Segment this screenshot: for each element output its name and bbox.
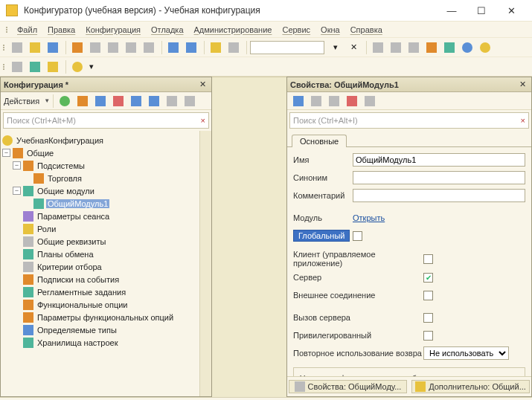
node-module1[interactable]: ОбщийМодуль1 xyxy=(46,199,109,208)
maximize-button[interactable]: ☐ xyxy=(467,1,496,19)
global-checkbox[interactable] xyxy=(353,231,362,241)
paste-button[interactable] xyxy=(105,39,121,56)
comment-input[interactable] xyxy=(353,189,525,202)
delete-button[interactable] xyxy=(110,93,126,109)
workspace: Конфигурация * ✕ Действия▼ Поиск (Ctrl+A… xyxy=(0,76,532,397)
misc-b[interactable] xyxy=(362,93,378,109)
tool-b[interactable] xyxy=(388,39,404,56)
tool-user[interactable] xyxy=(423,39,440,56)
struct-button[interactable] xyxy=(9,59,25,75)
clear-search-icon[interactable]: × xyxy=(201,116,205,125)
props-search[interactable]: Поиск (Ctrl+Alt+I) × xyxy=(289,112,529,129)
collapse-icon[interactable]: − xyxy=(2,149,10,157)
reuse-select[interactable]: Не использовать xyxy=(423,346,509,360)
collapse-icon[interactable]: − xyxy=(13,161,21,170)
properties-pane: Свойства: ОбщийМодуль1 ✕ Поиск (Ctrl+Alt… xyxy=(286,77,532,397)
tool-help[interactable] xyxy=(477,39,493,56)
node-filter[interactable]: Критерии отбора xyxy=(36,262,103,271)
tree-search[interactable]: Поиск (Ctrl+Alt+M) × xyxy=(3,112,209,129)
node-jobs[interactable]: Регламентные задания xyxy=(36,288,127,297)
close-pane-button[interactable]: ✕ xyxy=(196,80,208,89)
tree-root[interactable]: УчебнаяКонфигурация xyxy=(15,136,105,145)
menu-debug[interactable]: Отладка xyxy=(146,24,188,36)
up-button[interactable] xyxy=(128,93,144,109)
name-input[interactable] xyxy=(353,153,525,167)
node-foptsp[interactable]: Параметры функциональных опций xyxy=(36,313,175,322)
sort-props-button[interactable] xyxy=(290,93,307,109)
copy-button[interactable] xyxy=(87,39,103,56)
search-combo[interactable] xyxy=(250,41,324,54)
node-attrs[interactable]: Общие реквизиты xyxy=(36,237,107,246)
call-checkbox[interactable] xyxy=(423,313,433,323)
menu-config[interactable]: Конфигурация xyxy=(80,24,146,36)
dropdown-button[interactable]: ▾ xyxy=(327,39,344,56)
node-subsystems[interactable]: Подсистемы xyxy=(36,161,86,170)
tab-main[interactable]: Основные xyxy=(292,135,347,147)
add-button[interactable] xyxy=(57,93,73,109)
tool-info[interactable] xyxy=(459,39,475,56)
new-button[interactable] xyxy=(9,39,25,56)
run-button[interactable] xyxy=(69,59,86,75)
find-button[interactable] xyxy=(208,39,224,56)
bottom-tab-props[interactable]: Свойства: ОбщийМоду... xyxy=(289,380,407,393)
run-drop[interactable]: ▾ xyxy=(87,59,96,75)
collapse-icon[interactable]: − xyxy=(13,187,21,195)
node-subs[interactable]: Подписки на события xyxy=(36,275,121,284)
props-icon xyxy=(295,381,305,392)
filter-icon xyxy=(23,262,33,272)
cut-button[interactable] xyxy=(69,39,86,56)
node-plans[interactable]: Планы обмена xyxy=(36,250,95,259)
save-button[interactable] xyxy=(45,39,61,56)
node-modules[interactable]: Общие модули xyxy=(36,187,96,196)
close-props-button[interactable]: ✕ xyxy=(516,80,528,89)
props-tabbar: Основные xyxy=(287,131,531,147)
down-button[interactable] xyxy=(146,93,162,109)
menu-windows[interactable]: Окна xyxy=(315,24,345,36)
open-button[interactable] xyxy=(27,39,43,56)
filter-button[interactable] xyxy=(182,93,198,109)
priv-checkbox[interactable] xyxy=(423,331,433,341)
bottom-tab-extra[interactable]: Дополнительно: Общий... xyxy=(411,380,530,393)
node-store[interactable]: Хранилища настроек xyxy=(36,338,119,347)
open-module-link[interactable]: Открыть xyxy=(353,213,385,222)
undo-button[interactable] xyxy=(165,39,182,56)
synonym-input[interactable] xyxy=(353,171,525,184)
menu-service[interactable]: Сервис xyxy=(277,24,315,36)
server-checkbox[interactable]: ✔ xyxy=(423,273,433,283)
tree-scrollbar[interactable] xyxy=(199,131,211,396)
menu-help[interactable]: Справка xyxy=(345,24,388,36)
show-all-button[interactable] xyxy=(326,93,342,109)
tool-c[interactable] xyxy=(406,39,422,56)
redo-button[interactable] xyxy=(183,39,199,56)
extern-checkbox[interactable] xyxy=(423,291,433,300)
configuration-tree[interactable]: УчебнаяКонфигурация −Общие −Подсистемы Т… xyxy=(1,131,199,396)
module-button[interactable] xyxy=(27,59,43,75)
menu-file[interactable]: Файл xyxy=(12,24,42,36)
paste-special-button[interactable] xyxy=(123,39,139,56)
node-common[interactable]: Общие xyxy=(25,149,55,158)
wizard-button[interactable] xyxy=(74,93,91,109)
client-checkbox[interactable] xyxy=(423,254,433,264)
node-session[interactable]: Параметры сеанса xyxy=(36,212,111,221)
tool-a[interactable] xyxy=(370,39,386,56)
actions-label[interactable]: Действия xyxy=(4,97,39,106)
zoom-button[interactable] xyxy=(225,39,242,56)
minimize-button[interactable]: — xyxy=(437,1,467,19)
print-button[interactable] xyxy=(141,39,157,56)
tool-calendar[interactable] xyxy=(441,39,458,56)
node-trade[interactable]: Торговля xyxy=(46,174,83,183)
node-fopts[interactable]: Функциональные опции xyxy=(36,300,129,309)
sort-button[interactable] xyxy=(164,93,180,109)
group-props-button[interactable] xyxy=(308,93,324,109)
menu-edit[interactable]: Правка xyxy=(42,24,80,36)
fopts-icon xyxy=(23,300,33,310)
clear-button[interactable]: ✕ xyxy=(345,39,362,56)
clear-props-search-icon[interactable]: × xyxy=(521,116,525,125)
close-button[interactable]: ✕ xyxy=(496,1,526,19)
edit-button[interactable] xyxy=(92,93,109,109)
node-types[interactable]: Определяемые типы xyxy=(36,326,118,335)
menu-admin[interactable]: Администрирование xyxy=(189,24,278,36)
db-button[interactable] xyxy=(45,59,61,75)
misc-a[interactable] xyxy=(344,93,360,109)
node-roles[interactable]: Роли xyxy=(36,225,57,233)
